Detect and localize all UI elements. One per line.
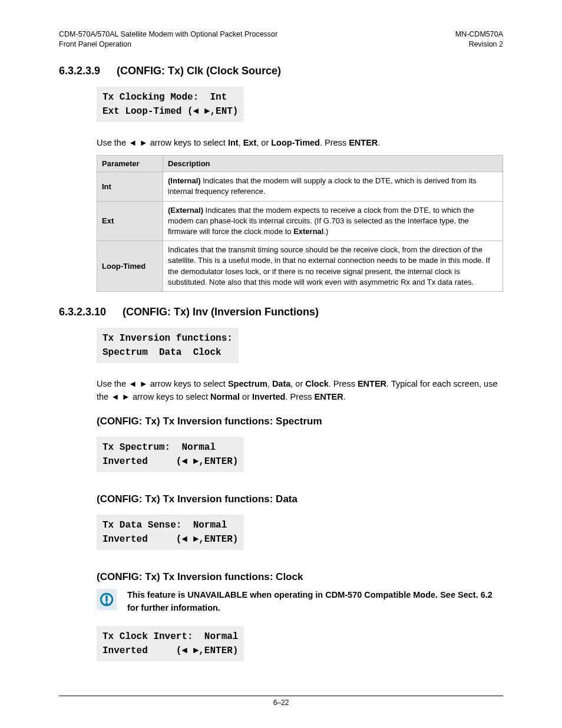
- instruction-inv: Use the ◄ ► arrow keys to select Spectru…: [97, 377, 503, 404]
- subheading-data: (CONFIG: Tx) Tx Inversion functions: Dat…: [97, 493, 503, 505]
- table-header-description: Description: [163, 156, 503, 172]
- parameter-table: Parameter Description Int (Internal) Ind…: [97, 155, 503, 292]
- section-title: (CONFIG: Tx) Clk (Clock Source): [117, 65, 503, 77]
- svg-rect-1: [105, 595, 107, 602]
- note-clock-unavailable: This feature is UNAVAILABLE when operati…: [97, 589, 503, 615]
- table-row: Int (Internal) Indicates that the modem …: [97, 172, 503, 201]
- lcd-display-clk: Tx Clocking Mode: Int Ext Loop-Timed (◄ …: [97, 87, 244, 122]
- section-number: 6.3.2.3.10: [59, 306, 106, 318]
- section-title: (CONFIG: Tx) Inv (Inversion Functions): [123, 306, 503, 318]
- param-loop-timed: Loop-Timed: [97, 241, 163, 292]
- lcd-display-spectrum: Tx Spectrum: Normal Inverted (◄ ►,ENTER): [97, 437, 244, 472]
- header-right: MN-CDM570A Revision 2: [455, 29, 503, 50]
- table-row: Loop-Timed Indicates that the transmit t…: [97, 241, 503, 292]
- desc-ext: (External) Indicates that the modem expe…: [163, 201, 503, 241]
- header-left: CDM-570A/570AL Satellite Modem with Opti…: [59, 29, 277, 50]
- lcd-display-clock: Tx Clock Invert: Normal Inverted (◄ ►,EN…: [97, 626, 244, 661]
- subheading-spectrum: (CONFIG: Tx) Tx Inversion functions: Spe…: [97, 416, 503, 427]
- lcd-display-inv: Tx Inversion functions: Spectrum Data Cl…: [97, 328, 239, 363]
- info-icon: [97, 589, 117, 610]
- page-footer: 6–22: [59, 696, 503, 707]
- svg-point-2: [105, 602, 108, 605]
- desc-int: (Internal) Indicates that the modem will…: [163, 172, 503, 201]
- note-text: This feature is UNAVAILABLE when operati…: [127, 589, 503, 615]
- param-int: Int: [97, 172, 163, 201]
- page-header: CDM-570A/570AL Satellite Modem with Opti…: [59, 29, 503, 50]
- subheading-clock: (CONFIG: Tx) Tx Inversion functions: Clo…: [97, 571, 503, 583]
- table-header-parameter: Parameter: [97, 156, 163, 172]
- section-number: 6.3.2.3.9: [59, 65, 100, 77]
- lcd-display-data: Tx Data Sense: Normal Inverted (◄ ►,ENTE…: [97, 515, 244, 550]
- param-ext: Ext: [97, 201, 163, 241]
- section-heading-clk: 6.3.2.3.9 (CONFIG: Tx) Clk (Clock Source…: [59, 65, 503, 77]
- table-row: Ext (External) Indicates that the modem …: [97, 201, 503, 241]
- section-heading-inv: 6.3.2.3.10 (CONFIG: Tx) Inv (Inversion F…: [59, 306, 503, 318]
- instruction-clk: Use the ◄ ► arrow keys to select Int, Ex…: [97, 136, 503, 149]
- desc-loop-timed: Indicates that the transmit timing sourc…: [163, 241, 503, 292]
